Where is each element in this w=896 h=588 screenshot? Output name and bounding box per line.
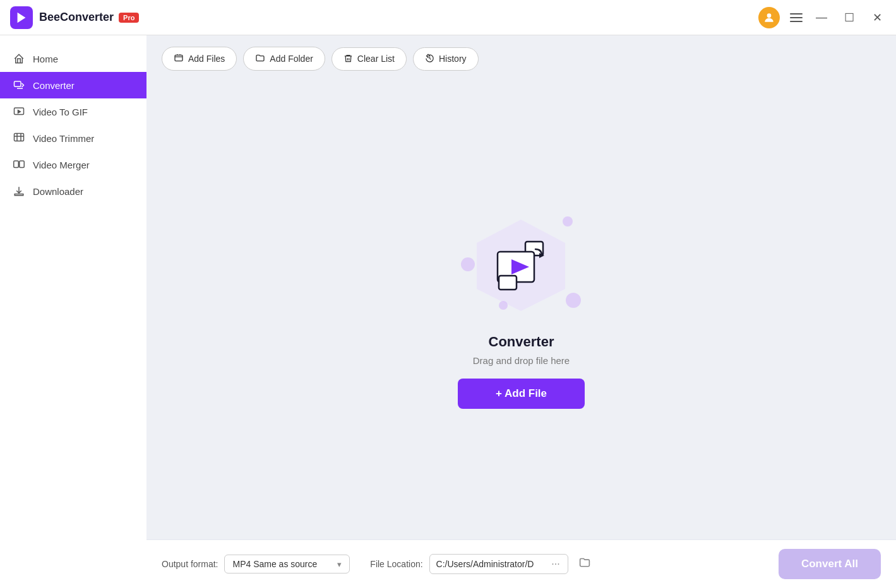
drop-zone-subtitle: Drag and drop file here — [473, 355, 570, 366]
svg-point-1 — [767, 13, 772, 18]
video-conversion-icon — [493, 240, 549, 293]
sidebar-label-converter: Converter — [33, 80, 75, 91]
add-file-button[interactable]: + Add File — [458, 379, 585, 409]
add-folder-button[interactable]: Add Folder — [243, 47, 325, 71]
svg-rect-6 — [20, 161, 25, 168]
sidebar-item-downloader[interactable]: Downloader — [0, 178, 146, 204]
sidebar-item-converter[interactable]: Converter — [0, 72, 146, 98]
menu-icon[interactable] — [790, 13, 803, 22]
history-label: History — [439, 54, 467, 64]
close-button[interactable]: ✕ — [868, 9, 886, 26]
main-layout: Home Converter Video To GIF — [0, 35, 896, 588]
svg-rect-5 — [14, 161, 19, 168]
drop-zone-inner: Converter Drag and drop file here + Add … — [458, 210, 585, 409]
sidebar-item-video-trimmer[interactable]: Video Trimmer — [0, 125, 146, 151]
minimize-button[interactable]: — — [813, 9, 830, 26]
add-files-icon — [174, 53, 184, 64]
sidebar-label-downloader: Downloader — [33, 186, 83, 197]
sidebar-label-video-merger: Video Merger — [33, 160, 90, 170]
svg-rect-7 — [175, 55, 182, 61]
more-options-button[interactable]: ··· — [550, 558, 561, 570]
content-area: Add Files Add Folder Clear List — [146, 35, 896, 588]
sidebar-label-video-trimmer: Video Trimmer — [33, 133, 94, 144]
history-icon — [425, 54, 434, 64]
history-button[interactable]: History — [413, 47, 479, 71]
add-folder-icon — [255, 53, 265, 64]
deco-circle-4 — [566, 293, 581, 308]
sidebar: Home Converter Video To GIF — [0, 35, 146, 588]
add-folder-label: Add Folder — [270, 54, 313, 64]
output-format-field: Output format: MP4 Same as source ▾ — [162, 555, 350, 573]
sidebar-item-home[interactable]: Home — [0, 45, 146, 72]
clear-list-label: Clear List — [357, 54, 395, 64]
home-icon — [13, 52, 25, 65]
add-files-button[interactable]: Add Files — [162, 47, 237, 71]
maximize-button[interactable]: ☐ — [840, 9, 858, 26]
video-trimmer-icon — [13, 132, 25, 144]
drop-zone-title: Converter — [489, 334, 554, 350]
drop-zone[interactable]: Converter Drag and drop file here + Add … — [146, 79, 896, 539]
folder-browse-button[interactable] — [578, 557, 591, 572]
avatar[interactable] — [758, 7, 780, 28]
convert-all-button[interactable]: Convert All — [779, 549, 881, 579]
toolbar: Add Files Add Folder Clear List — [146, 35, 896, 79]
sidebar-item-video-to-gif[interactable]: Video To GIF — [0, 98, 146, 125]
output-format-label: Output format: — [162, 559, 218, 569]
file-location-path: C:/Users/Administrator/D — [436, 559, 546, 569]
video-merger-icon — [13, 158, 25, 171]
window-controls: — ☐ ✕ — [758, 7, 886, 28]
clear-list-button[interactable]: Clear List — [332, 47, 407, 71]
file-location-field: File Location: C:/Users/Administrator/D … — [370, 554, 590, 574]
sidebar-label-video-to-gif: Video To GIF — [33, 107, 88, 117]
converter-illustration — [458, 210, 584, 324]
app-logo — [10, 6, 33, 29]
file-location-label: File Location: — [370, 559, 422, 569]
downloader-icon — [13, 185, 25, 197]
add-files-label: Add Files — [188, 54, 225, 64]
title-bar: BeeConverter Pro — ☐ ✕ — [0, 0, 896, 35]
svg-rect-4 — [15, 134, 24, 141]
sidebar-item-video-merger[interactable]: Video Merger — [0, 151, 146, 178]
svg-rect-2 — [15, 81, 21, 86]
file-location-box: C:/Users/Administrator/D ··· — [429, 554, 568, 574]
video-to-gif-icon — [13, 105, 25, 118]
pro-badge: Pro — [119, 13, 139, 23]
sidebar-label-home: Home — [33, 54, 58, 64]
converter-icon — [13, 79, 25, 91]
svg-rect-11 — [499, 276, 517, 290]
output-format-select[interactable]: MP4 Same as source ▾ — [224, 555, 350, 573]
svg-marker-0 — [18, 12, 26, 23]
bottom-bar: Output format: MP4 Same as source ▾ File… — [146, 539, 896, 588]
trash-icon — [343, 54, 353, 64]
chevron-down-icon: ▾ — [337, 560, 342, 569]
output-format-value: MP4 Same as source — [232, 559, 317, 569]
app-name: BeeConverter — [39, 11, 114, 24]
